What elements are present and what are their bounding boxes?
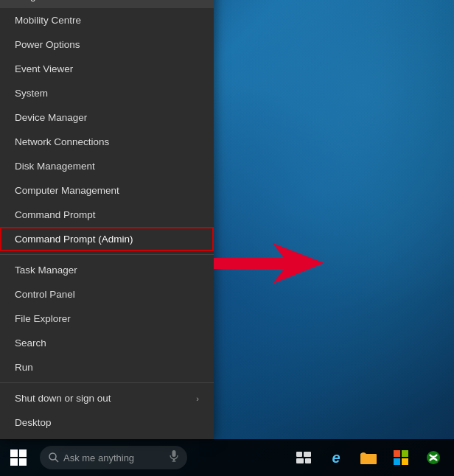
menu-item-network-connections[interactable]: Network Connections <box>0 130 214 154</box>
svg-rect-17 <box>402 450 408 457</box>
svg-rect-18 <box>394 458 400 465</box>
taskbar-right: e <box>290 444 454 471</box>
menu-item-desktop[interactable]: Desktop <box>0 410 214 435</box>
search-icon <box>49 452 59 463</box>
menu-item-mobility-centre[interactable]: Mobility Centre <box>0 8 214 32</box>
menu-item-label-computer-management: Computer Management <box>15 185 119 196</box>
menu-item-power-options[interactable]: Power Options <box>0 32 214 57</box>
menu-item-label-desktop: Desktop <box>15 417 52 428</box>
menu-item-run[interactable]: Run <box>0 355 214 379</box>
svg-rect-13 <box>305 458 311 463</box>
menu-item-label-task-manager: Task Manager <box>15 265 77 276</box>
svg-rect-11 <box>304 452 311 457</box>
menu-item-label-system: System <box>15 88 48 99</box>
menu-item-disk-management[interactable]: Disk Management <box>0 154 214 178</box>
context-menu: Programs and FeaturesMobility CentrePowe… <box>0 0 214 439</box>
menu-item-control-panel[interactable]: Control Panel <box>0 282 214 307</box>
start-button[interactable] <box>0 439 37 476</box>
svg-line-6 <box>55 459 58 462</box>
menu-item-label-event-viewer: Event Viewer <box>15 63 73 74</box>
menu-item-label-power-options: Power Options <box>15 39 80 50</box>
svg-rect-16 <box>394 450 400 457</box>
task-view-button[interactable] <box>290 444 317 471</box>
menu-item-label-network-connections: Network Connections <box>15 136 109 147</box>
svg-rect-12 <box>296 458 304 463</box>
menu-item-event-viewer[interactable]: Event Viewer <box>0 57 214 81</box>
arrow-annotation <box>214 243 324 287</box>
menu-item-label-device-manager: Device Manager <box>15 112 87 123</box>
menu-item-programs-features[interactable]: Programs and Features <box>0 0 214 8</box>
svg-rect-3 <box>10 458 18 466</box>
microphone-icon <box>170 450 178 465</box>
menu-item-search[interactable]: Search <box>0 331 214 355</box>
menu-separator <box>0 382 214 383</box>
desktop: Programs and FeaturesMobility CentrePowe… <box>0 0 454 476</box>
svg-rect-15 <box>360 454 369 457</box>
submenu-chevron-icon: › <box>196 394 199 403</box>
menu-item-label-command-prompt-admin: Command Prompt (Admin) <box>15 234 133 245</box>
store-button[interactable] <box>388 444 414 471</box>
search-placeholder-text: Ask me anything <box>63 452 134 463</box>
menu-item-label-shut-down-sign-out: Shut down or sign out <box>15 393 111 404</box>
menu-item-computer-management[interactable]: Computer Management <box>0 178 214 203</box>
svg-rect-4 <box>19 458 27 466</box>
menu-item-label-run: Run <box>15 362 33 373</box>
menu-item-file-explorer[interactable]: File Explorer <box>0 307 214 331</box>
search-bar[interactable]: Ask me anything <box>40 446 187 469</box>
menu-item-device-manager[interactable]: Device Manager <box>0 105 214 130</box>
svg-rect-19 <box>402 458 408 465</box>
svg-rect-2 <box>19 449 27 457</box>
menu-item-command-prompt[interactable]: Command Prompt <box>0 203 214 227</box>
svg-rect-7 <box>172 450 176 457</box>
menu-item-system[interactable]: System <box>0 81 214 105</box>
menu-separator <box>0 254 214 255</box>
menu-item-label-control-panel: Control Panel <box>15 289 75 300</box>
menu-item-label-search: Search <box>15 337 46 349</box>
svg-rect-10 <box>296 452 302 457</box>
menu-item-label-mobility-centre: Mobility Centre <box>15 15 81 26</box>
svg-point-5 <box>49 453 56 460</box>
menu-item-label-command-prompt: Command Prompt <box>15 209 96 220</box>
menu-item-label-disk-management: Disk Management <box>15 161 95 172</box>
menu-item-shut-down-sign-out[interactable]: Shut down or sign out› <box>0 386 214 410</box>
menu-item-task-manager[interactable]: Task Manager <box>0 258 214 282</box>
menu-item-label-programs-features: Programs and Features <box>15 0 119 1</box>
taskbar: Ask me anything e <box>0 439 454 476</box>
file-explorer-button[interactable] <box>355 444 382 471</box>
svg-marker-0 <box>214 243 324 284</box>
xbox-button[interactable] <box>420 444 447 471</box>
svg-rect-1 <box>10 449 18 457</box>
menu-item-command-prompt-admin[interactable]: Command Prompt (Admin) <box>0 227 214 251</box>
edge-button[interactable]: e <box>323 444 349 471</box>
menu-item-label-file-explorer: File Explorer <box>15 313 71 324</box>
